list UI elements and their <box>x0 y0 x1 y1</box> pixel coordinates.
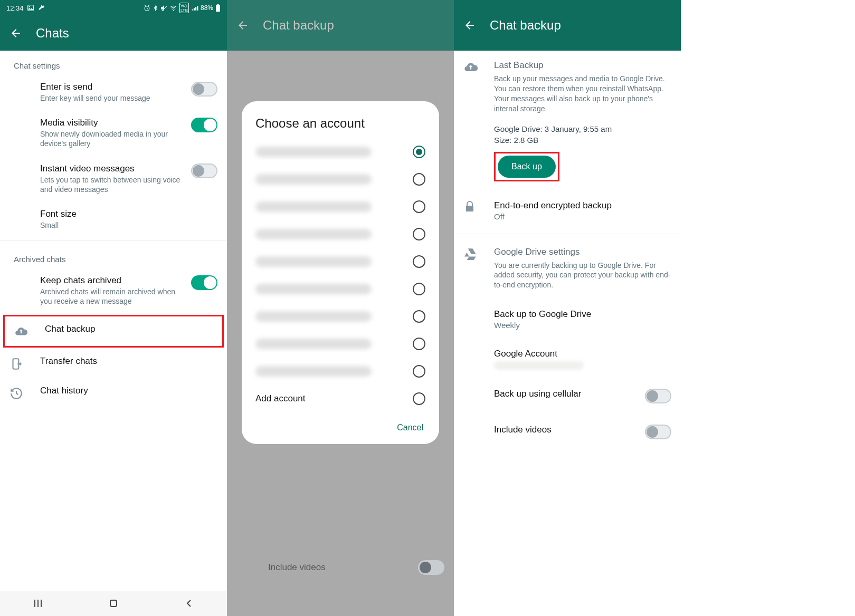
history-icon <box>10 387 23 400</box>
toggle-include-videos[interactable] <box>645 425 671 439</box>
row-enter-is-send[interactable]: Enter is send Enter key will send your m… <box>0 74 227 110</box>
back-arrow-icon[interactable] <box>463 19 476 32</box>
row-e2e-backup[interactable]: End-to-end encrypted backup Off <box>454 191 681 230</box>
toggle-disabled <box>418 560 444 575</box>
account-email-redacted <box>255 339 372 349</box>
image-icon <box>27 4 34 12</box>
account-email-redacted <box>255 366 372 377</box>
last-backup-heading: Last Backup <box>494 60 671 71</box>
app-bar: Chat backup <box>227 0 454 51</box>
back-arrow-icon[interactable] <box>236 19 249 32</box>
account-row[interactable] <box>242 303 439 330</box>
account-email-redacted <box>255 284 372 294</box>
row-backup-cellular[interactable]: Back up using cellular <box>454 379 681 415</box>
android-nav-bar <box>0 591 227 616</box>
account-dialog: Choose an account Add account Cancel <box>242 101 439 444</box>
e2e-sub: Off <box>494 212 671 221</box>
row-chat-history[interactable]: Chat history <box>0 378 227 408</box>
radio[interactable] <box>413 338 425 350</box>
cancel-button[interactable]: Cancel <box>242 412 439 436</box>
account-row[interactable] <box>242 358 439 385</box>
toggle-instant-video[interactable] <box>191 163 217 178</box>
account-email-redacted <box>255 229 372 239</box>
add-account-row[interactable]: Add account <box>242 385 439 412</box>
account-row[interactable] <box>242 330 439 358</box>
radio-selected[interactable] <box>413 146 425 158</box>
app-bar: Chats <box>0 16 227 51</box>
row-keep-archived[interactable]: Keep chats archived Archived chats will … <box>0 268 227 313</box>
svg-rect-7 <box>110 600 117 607</box>
back-arrow-icon[interactable] <box>10 27 22 40</box>
account-row[interactable] <box>242 138 439 166</box>
account-email-redacted <box>255 147 372 157</box>
row-font-size[interactable]: Font size Small <box>0 201 227 237</box>
row-instant-video[interactable]: Instant video messages Lets you tap to s… <box>0 156 227 201</box>
account-row[interactable] <box>242 193 439 220</box>
row-title: Chat backup <box>45 324 213 334</box>
dialog-title: Choose an account <box>242 116 439 138</box>
recents-icon[interactable] <box>32 597 44 610</box>
row-include-videos[interactable]: Include videos <box>454 415 681 451</box>
radio[interactable] <box>413 200 425 213</box>
volte-icon: Vo)LTE <box>179 3 189 13</box>
pane-chats-settings: 12:34 Vo)LTE 88% Chats Chat settings Ent… <box>0 0 227 616</box>
cloud-upload-icon <box>14 325 28 339</box>
radio[interactable] <box>413 283 425 295</box>
gdrive-heading: Google Drive settings <box>494 247 671 257</box>
cellular-title: Back up using cellular <box>494 389 641 399</box>
e2e-title: End-to-end encrypted backup <box>494 200 671 211</box>
account-row[interactable] <box>242 248 439 275</box>
row-sub: Archived chats will remain archived when… <box>40 287 187 306</box>
section-archived: Archived chats <box>0 244 227 268</box>
status-bar: 12:34 Vo)LTE 88% <box>0 0 227 16</box>
home-icon[interactable] <box>107 597 120 610</box>
backup-size: Size: 2.8 GB <box>494 136 671 145</box>
account-row[interactable] <box>242 275 439 303</box>
row-title: Keep chats archived <box>40 275 187 286</box>
toggle-media-visibility[interactable] <box>191 118 217 132</box>
radio[interactable] <box>413 392 425 405</box>
backup-button[interactable]: Back up <box>498 156 556 178</box>
radio[interactable] <box>413 228 425 240</box>
row-media-visibility[interactable]: Media visibility Show newly downloaded m… <box>0 110 227 156</box>
radio[interactable] <box>413 255 425 268</box>
add-account-label: Add account <box>255 393 306 404</box>
section-chat-settings: Chat settings <box>0 51 227 74</box>
back-icon[interactable] <box>183 597 195 610</box>
row-sub: Small <box>40 220 217 230</box>
radio[interactable] <box>413 365 425 378</box>
svg-rect-5 <box>217 4 219 5</box>
alarm-icon <box>144 5 150 12</box>
gdrive-timestamp: Google Drive: 3 January, 9:55 am <box>494 124 671 133</box>
toggle-enter-send[interactable] <box>191 82 217 97</box>
row-chat-backup[interactable]: Chat backup <box>5 316 222 346</box>
battery-percent: 88% <box>201 4 213 12</box>
row-sub: Lets you tap to switch between using voi… <box>40 175 187 194</box>
last-backup-desc: Back up your messages and media to Googl… <box>494 74 671 114</box>
account-list: Add account <box>242 138 439 412</box>
toggle-keep-archived[interactable] <box>191 275 217 290</box>
radio[interactable] <box>413 310 425 323</box>
toggle-cellular[interactable] <box>645 389 671 403</box>
row-sub: Enter key will send your message <box>40 93 187 103</box>
clock-time: 12:34 <box>6 4 24 12</box>
wrench-icon <box>37 4 45 12</box>
svg-point-1 <box>28 6 30 7</box>
row-transfer-chats[interactable]: Transfer chats <box>0 349 227 378</box>
row-title: Transfer chats <box>40 356 217 367</box>
signal-icon <box>191 5 198 12</box>
row-google-account[interactable]: Google Account <box>454 339 681 379</box>
page-title: Chat backup <box>263 18 334 33</box>
account-row[interactable] <box>242 166 439 193</box>
row-title: Enter is send <box>40 82 187 92</box>
account-email-redacted <box>255 201 372 212</box>
divider <box>454 234 681 234</box>
row-backup-frequency[interactable]: Back up to Google Drive Weekly <box>454 300 681 339</box>
highlight-chat-backup: Chat backup <box>3 315 224 348</box>
radio[interactable] <box>413 173 425 186</box>
account-row[interactable] <box>242 220 439 248</box>
account-email-redacted <box>494 361 584 370</box>
freq-sub: Weekly <box>494 321 671 330</box>
divider <box>0 240 227 241</box>
gdrive-icon <box>463 247 477 261</box>
